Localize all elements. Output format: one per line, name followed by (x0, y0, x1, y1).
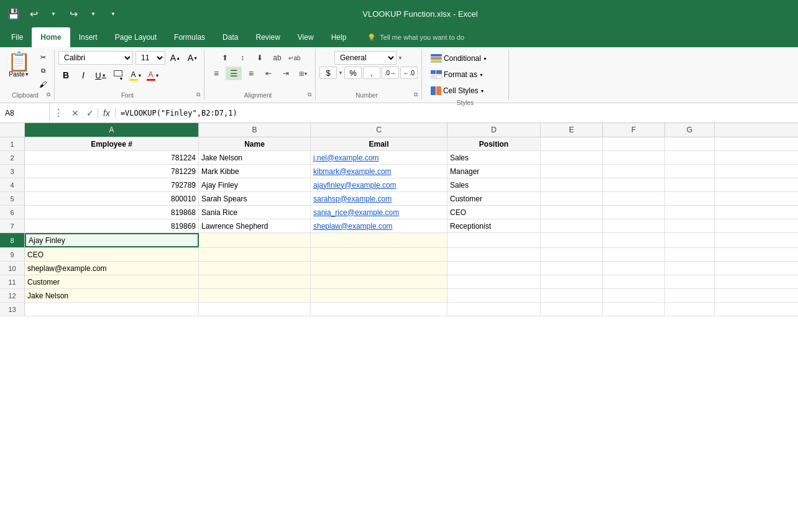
save-icon[interactable]: 💾 (5, 5, 22, 22)
cell-a13[interactable] (25, 303, 199, 316)
undo-icon[interactable]: ↩ (25, 5, 42, 22)
cell-a12[interactable]: Jake Nelson (25, 289, 199, 302)
row-num-13[interactable]: 13 (0, 303, 25, 316)
cell-d5[interactable]: Customer (447, 192, 541, 205)
cell-g11[interactable] (665, 275, 715, 288)
cell-c3[interactable]: kibmark@example.com (311, 165, 447, 178)
cell-a1[interactable]: Employee # (25, 137, 199, 150)
cell-b9[interactable] (199, 248, 311, 261)
cell-c6[interactable]: sania_rice@example.com (311, 206, 447, 219)
row-num-12[interactable]: 12 (0, 289, 25, 302)
cell-e2[interactable] (541, 151, 603, 164)
orientation-button[interactable]: ab (269, 51, 285, 65)
cell-e5[interactable] (541, 192, 603, 205)
conditional-formatting-button[interactable]: Conditional ▼ (426, 51, 492, 66)
font-size-selector[interactable]: 11 (135, 51, 165, 65)
cell-e8[interactable] (541, 233, 603, 247)
cell-e6[interactable] (541, 206, 603, 219)
cell-e1[interactable] (541, 137, 603, 150)
redo-dropdown-icon[interactable]: ▼ (85, 5, 102, 22)
cell-f1[interactable] (603, 137, 665, 150)
formula-bar-dots[interactable]: ⋮ (50, 107, 68, 119)
paste-button[interactable]: 📋 Paste ▼ (4, 51, 34, 79)
cell-d4[interactable]: Sales (447, 178, 541, 191)
cell-g13[interactable] (665, 303, 715, 316)
cell-d12[interactable] (447, 289, 541, 302)
font-decrease-button[interactable]: A▼ (185, 51, 200, 65)
bold-button[interactable]: B (58, 68, 73, 82)
cell-d1[interactable]: Position (447, 137, 541, 150)
cell-f5[interactable] (603, 192, 665, 205)
cell-c9[interactable] (311, 248, 447, 261)
cell-b7[interactable]: Lawrence Shepherd (199, 219, 311, 232)
cell-e10[interactable] (541, 262, 603, 275)
cell-reference-box[interactable]: A8 (0, 103, 50, 122)
tab-file[interactable]: File (2, 27, 32, 47)
row-num-3[interactable]: 3 (0, 165, 25, 178)
col-header-c[interactable]: C (311, 123, 447, 137)
align-middle-button[interactable]: ↕ (234, 51, 250, 65)
cell-a9[interactable]: CEO (25, 248, 199, 261)
cut-button[interactable]: ✂ (35, 51, 50, 63)
cell-f13[interactable] (603, 303, 665, 316)
number-format-selector[interactable]: General (334, 51, 397, 65)
col-header-e[interactable]: E (541, 123, 603, 137)
tab-insert[interactable]: Insert (70, 27, 106, 47)
align-bottom-button[interactable]: ⬇ (252, 51, 268, 65)
formula-input[interactable] (116, 109, 798, 117)
cell-d13[interactable] (447, 303, 541, 316)
tell-me-input[interactable]: Tell me what you want to do (380, 34, 464, 41)
format-painter-button[interactable]: 🖌 (35, 78, 50, 91)
cell-e9[interactable] (541, 248, 603, 261)
tab-data[interactable]: Data (214, 27, 247, 47)
cell-d9[interactable] (447, 248, 541, 261)
number-expand-icon[interactable]: ⧉ (414, 91, 418, 98)
cell-c2[interactable]: j.nel@example.com (311, 151, 447, 164)
row-num-6[interactable]: 6 (0, 206, 25, 219)
redo-icon[interactable]: ↪ (65, 5, 82, 22)
cell-a3[interactable]: 781229 (25, 165, 199, 178)
cell-g2[interactable] (665, 151, 715, 164)
tab-view[interactable]: View (289, 27, 323, 47)
cell-c8[interactable] (311, 233, 447, 247)
copy-button[interactable]: ⧉ (35, 65, 50, 77)
alignment-expand-icon[interactable]: ⧉ (308, 91, 311, 98)
cell-c12[interactable] (311, 289, 447, 302)
cell-g8[interactable] (665, 233, 715, 247)
cell-b4[interactable]: Ajay Finley (199, 178, 311, 191)
cell-a7[interactable]: 819869 (25, 219, 199, 232)
cell-e3[interactable] (541, 165, 603, 178)
decrease-indent-button[interactable]: ⇤ (260, 66, 277, 80)
cell-d2[interactable]: Sales (447, 151, 541, 164)
cell-b3[interactable]: Mark Kibbe (199, 165, 311, 178)
percent-button[interactable]: % (344, 66, 362, 79)
tab-help[interactable]: Help (323, 27, 355, 47)
cell-f4[interactable] (603, 178, 665, 191)
align-right-button[interactable]: ≡ (243, 66, 259, 80)
cell-f12[interactable] (603, 289, 665, 302)
cell-e4[interactable] (541, 178, 603, 191)
cell-g4[interactable] (665, 178, 715, 191)
cell-d8[interactable] (447, 233, 541, 247)
font-name-selector[interactable]: Calibri (58, 51, 133, 65)
cell-a10[interactable]: sheplaw@example.com (25, 262, 199, 275)
cell-g10[interactable] (665, 262, 715, 275)
underline-button[interactable]: U ▼ (93, 68, 108, 82)
align-center-button[interactable]: ☰ (226, 66, 242, 80)
tab-formulas[interactable]: Formulas (165, 27, 214, 47)
cell-f9[interactable] (603, 248, 665, 261)
cell-f2[interactable] (603, 151, 665, 164)
tab-home[interactable]: Home (32, 27, 70, 47)
cell-f3[interactable] (603, 165, 665, 178)
cell-d3[interactable]: Manager (447, 165, 541, 178)
cell-c7[interactable]: sheplaw@example.com (311, 219, 447, 232)
col-header-d[interactable]: D (447, 123, 541, 137)
cell-a4[interactable]: 792789 (25, 178, 199, 191)
cell-c5[interactable]: sarahsp@example.com (311, 192, 447, 205)
row-num-2[interactable]: 2 (0, 151, 25, 164)
cell-a2[interactable]: 781224 (25, 151, 199, 164)
wrap-text-button[interactable]: ↵ab (287, 51, 303, 65)
tab-page-layout[interactable]: Page Layout (106, 27, 165, 47)
cell-g9[interactable] (665, 248, 715, 261)
cell-f8[interactable] (603, 233, 665, 247)
